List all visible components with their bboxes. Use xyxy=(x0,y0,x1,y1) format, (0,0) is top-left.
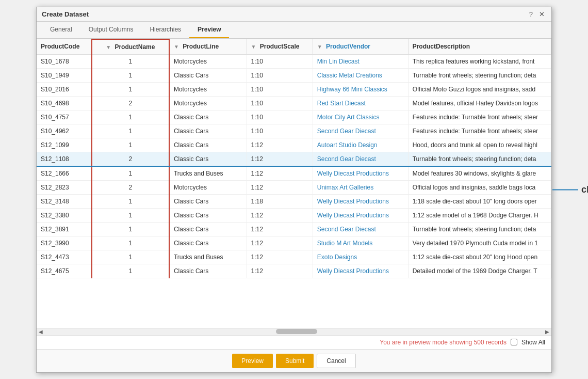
cell-productline: Classic Cars xyxy=(169,110,247,124)
cell-productname: 1 xyxy=(92,166,169,181)
cell-productname: 1 xyxy=(92,124,169,138)
cell-productdescription: Turnable front wheels; steering function… xyxy=(408,222,551,236)
cell-productname: 1 xyxy=(92,236,169,250)
cell-productcode: S12_3891 xyxy=(37,222,92,236)
cell-productcode: S12_2823 xyxy=(37,180,92,194)
col-header-productdescription[interactable]: ProductDescription xyxy=(408,39,551,55)
cell-productvendor: Motor City Art Classics xyxy=(313,110,408,124)
close-button[interactable]: ✕ xyxy=(537,10,546,18)
table-row: S12_16661Trucks and Buses1:12Welly Dieca… xyxy=(37,166,551,181)
table-row: S12_11082Classic Cars1:12Second Gear Die… xyxy=(37,152,551,166)
cell-productname: 1 xyxy=(92,194,169,208)
cell-productdescription: Hood, doors and trunk all open to reveal… xyxy=(408,138,551,152)
show-all-checkbox[interactable] xyxy=(511,339,517,345)
cell-productscale: 1:12 xyxy=(247,208,313,222)
cell-productline: Classic Cars xyxy=(169,124,247,138)
cell-productdescription: Features include: Turnable front wheels;… xyxy=(408,124,551,138)
cell-productline: Classic Cars xyxy=(169,194,247,208)
filter-icon-productline: ▼ xyxy=(174,44,179,50)
cell-productdescription: Model features 30 windows, skylights & g… xyxy=(408,166,551,181)
cell-productcode: S12_4675 xyxy=(37,264,92,278)
filter-icon-productscale: ▼ xyxy=(251,44,256,50)
table-row: S10_46982Motorcycles1:10Red Start Diecas… xyxy=(37,96,551,110)
cell-productdescription: Official Moto Guzzi logos and insignias,… xyxy=(408,82,551,96)
create-dataset-dialog: Create Dataset ? ✕ General Output Column… xyxy=(36,7,552,373)
cell-productscale: 1:18 xyxy=(247,194,313,208)
cell-productcode: S10_1949 xyxy=(37,68,92,82)
tab-preview[interactable]: Preview xyxy=(189,22,229,38)
table-body: S10_16781Motorcycles1:10Min Lin DiecastT… xyxy=(37,54,551,278)
table-row: S12_33801Classic Cars1:12Welly Diecast P… xyxy=(37,208,551,222)
scroll-thumb[interactable] xyxy=(276,329,317,334)
cell-productline: Motorcycles xyxy=(169,54,247,68)
cell-productdescription: This replica features working kickstand,… xyxy=(408,54,551,68)
horizontal-scrollbar[interactable]: ◀ ▶ xyxy=(37,328,551,335)
cell-productline: Classic Cars xyxy=(169,152,247,166)
cell-productscale: 1:10 xyxy=(247,82,313,96)
tab-general[interactable]: General xyxy=(42,22,80,38)
table-row: S12_38911Classic Cars1:12Second Gear Die… xyxy=(37,222,551,236)
tab-output-columns[interactable]: Output Columns xyxy=(80,22,142,38)
cell-productdescription: Detailed model of the 1969 Dodge Charger… xyxy=(408,264,551,278)
cell-productname: 1 xyxy=(92,54,169,68)
col-header-productcode[interactable]: ProductCode xyxy=(37,39,92,55)
dialog-controls: ? ✕ xyxy=(528,10,546,18)
cell-productvendor: Studio M Art Models xyxy=(313,236,408,250)
cell-productscale: 1:12 xyxy=(247,152,313,166)
cell-productscale: 1:12 xyxy=(247,180,313,194)
col-header-productscale[interactable]: ▼ ProductScale xyxy=(247,39,313,55)
cell-productdescription: Features include: Turnable front wheels;… xyxy=(408,110,551,124)
cell-productname: 2 xyxy=(92,180,169,194)
cell-productline: Classic Cars xyxy=(169,138,247,152)
cell-productvendor: Highway 66 Mini Classics xyxy=(313,82,408,96)
filter-icon-productname: ▼ xyxy=(106,44,111,50)
col-header-productvendor[interactable]: ▼ ProductVendor xyxy=(313,39,408,55)
cell-productscale: 1:10 xyxy=(247,68,313,82)
cell-productvendor: Classic Metal Creations xyxy=(313,68,408,82)
cell-productvendor: Unimax Art Galleries xyxy=(313,180,408,194)
cell-productvendor: Second Gear Diecast xyxy=(313,222,408,236)
cell-productdescription: 1:18 scale die-cast about 10" long doors… xyxy=(408,194,551,208)
submit-button[interactable]: Submit xyxy=(276,354,314,368)
scroll-right-icon[interactable]: ▶ xyxy=(545,329,549,335)
cell-productdescription: Official logos and insignias, saddle bag… xyxy=(408,180,551,194)
cell-productcode: S12_3148 xyxy=(37,194,92,208)
cell-productvendor: Welly Diecast Productions xyxy=(313,208,408,222)
scroll-left-icon[interactable]: ◀ xyxy=(39,329,43,335)
cell-productcode: S10_4962 xyxy=(37,124,92,138)
help-button[interactable]: ? xyxy=(528,10,534,18)
cell-productline: Trucks and Buses xyxy=(169,250,247,264)
cell-productline: Classic Cars xyxy=(169,264,247,278)
cell-productcode: S12_4473 xyxy=(37,250,92,264)
cell-productvendor: Min Lin Diecast xyxy=(313,54,408,68)
tab-hierarchies[interactable]: Hierarchies xyxy=(141,22,189,38)
col-header-productname[interactable]: ▼ ProductName xyxy=(92,39,169,55)
cell-productscale: 1:12 xyxy=(247,222,313,236)
dialog-title: Create Dataset xyxy=(42,10,89,18)
cancel-button[interactable]: Cancel xyxy=(317,354,355,368)
col-header-productline[interactable]: ▼ ProductLine xyxy=(169,39,247,55)
cell-productdescription: 1:12 scale model of a 1968 Dodge Charger… xyxy=(408,208,551,222)
cell-productline: Trucks and Buses xyxy=(169,166,247,181)
cell-productdescription: Turnable front wheels; steering function… xyxy=(408,152,551,166)
preview-button[interactable]: Preview xyxy=(232,354,273,368)
cell-productscale: 1:10 xyxy=(247,96,313,110)
cell-productline: Classic Cars xyxy=(169,68,247,82)
preview-mode-text: You are in preview mode showing 500 reco… xyxy=(380,339,507,346)
cell-productscale: 1:12 xyxy=(247,250,313,264)
dialog-titlebar: Create Dataset ? ✕ xyxy=(37,7,551,22)
tab-bar: General Output Columns Hierarchies Previ… xyxy=(37,22,551,39)
cell-productcode: S12_1108 xyxy=(37,152,92,166)
table-row: S10_20161Motorcycles1:10Highway 66 Mini … xyxy=(37,82,551,96)
cell-productvendor: Red Start Diecast xyxy=(313,96,408,110)
cell-productscale: 1:12 xyxy=(247,166,313,181)
cell-productname: 2 xyxy=(92,96,169,110)
data-table-container[interactable]: ProductCode ▼ ProductName ▼ ProductLine … xyxy=(37,39,551,328)
cell-productscale: 1:12 xyxy=(247,236,313,250)
cell-productcode: S12_1099 xyxy=(37,138,92,152)
cell-productvendor: Welly Diecast Productions xyxy=(313,194,408,208)
cell-productline: Classic Cars xyxy=(169,222,247,236)
cell-productvendor: Second Gear Diecast xyxy=(313,124,408,138)
cell-productscale: 1:10 xyxy=(247,124,313,138)
action-bar: Preview Submit Cancel xyxy=(37,349,551,372)
